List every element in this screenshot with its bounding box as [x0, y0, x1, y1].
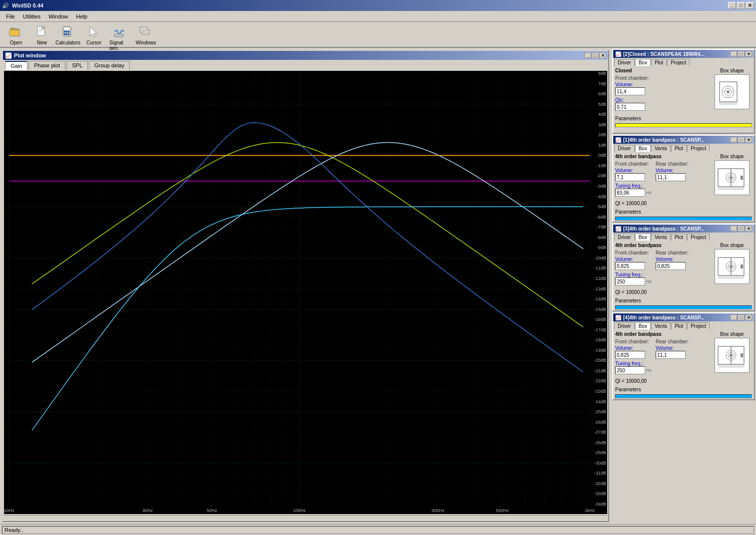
- instrument-window-2: 📈 [1]4th order bandpass : SCANSP... _ □ …: [612, 135, 755, 223]
- status-bar: Ready..: [0, 524, 756, 535]
- iwin3-min-btn[interactable]: _: [730, 226, 737, 232]
- new-icon: [35, 25, 49, 39]
- iwin2-rvol-input[interactable]: [656, 173, 686, 181]
- toolbar: Open New: [0, 22, 756, 48]
- iwin4-tab-driver[interactable]: Driver: [614, 322, 635, 329]
- iwin3-max-btn[interactable]: □: [738, 226, 745, 232]
- iwin4-tab-box[interactable]: Box: [635, 322, 651, 329]
- iwin2-min-btn[interactable]: _: [730, 137, 737, 143]
- menu-utilities[interactable]: Utilities: [19, 12, 44, 20]
- cursor-label: Cursor: [86, 40, 101, 45]
- calculators-label: Calculators: [55, 40, 80, 45]
- menu-window[interactable]: Window: [44, 12, 72, 20]
- maximize-button[interactable]: □: [737, 2, 745, 9]
- iwin4-min-btn[interactable]: _: [730, 314, 737, 320]
- iwin2-tab-vents[interactable]: Vents: [651, 145, 671, 152]
- iwin3-tab-vents[interactable]: Vents: [651, 234, 671, 241]
- new-button[interactable]: New: [30, 23, 54, 45]
- iwin3-tab-plot[interactable]: Plot: [671, 234, 687, 241]
- iwin1-params-btn[interactable]: Parameters: [615, 116, 641, 121]
- iwin3-icon: 📈: [615, 226, 621, 232]
- iwin2-title-bar: 📈 [1]4th order bandpass : SCANSP... _ □ …: [613, 136, 754, 144]
- close-button[interactable]: ✕: [746, 2, 754, 9]
- svg-rect-15: [68, 33, 69, 35]
- iwin3-tab-driver[interactable]: Driver: [614, 234, 635, 241]
- iwin2-params-btn[interactable]: Parameters: [615, 209, 641, 215]
- iwin3-tab-box[interactable]: Box: [635, 234, 651, 241]
- svg-rect-2: [9, 30, 19, 36]
- iwin3-tuning-input[interactable]: [615, 277, 645, 285]
- iwin4-content: 4th order bandpass Front chamber: Volume…: [613, 329, 754, 386]
- iwin4-close-btn[interactable]: ✕: [745, 314, 752, 320]
- iwin2-tab-project[interactable]: Project: [687, 145, 710, 152]
- iwin2-close-btn[interactable]: ✕: [745, 137, 752, 143]
- iwin3-close-btn[interactable]: ✕: [745, 226, 752, 232]
- iwin4-tab-project[interactable]: Project: [687, 322, 710, 329]
- iwin2-params-bar: [615, 217, 752, 221]
- iwin2-rvol-label: Volume:: [656, 168, 689, 173]
- cursor-button[interactable]: Cursor: [82, 23, 106, 45]
- iwin4-rvol-input[interactable]: [656, 351, 686, 359]
- iwin4-max-btn[interactable]: □: [738, 314, 745, 320]
- iwin1-tab-plot[interactable]: Plot: [651, 59, 667, 66]
- iwin4-tab-vents[interactable]: Vents: [651, 322, 671, 329]
- iwin2-tab-plot[interactable]: Plot: [671, 145, 687, 152]
- iwin2-content: 4th order bandpass Front chamber: Volume…: [613, 152, 754, 208]
- iwin3-left: 4th order bandpass Front chamber: Volume…: [615, 243, 710, 295]
- iwin3-box-shape: Box shape: [712, 243, 752, 295]
- svg-marker-16: [90, 27, 97, 37]
- iwin1-tab-driver[interactable]: Driver: [614, 59, 635, 66]
- plot-scrollbar[interactable]: [3, 515, 608, 521]
- iwin1-qlc-input[interactable]: [615, 103, 645, 111]
- main-content: 📈 Plot window _ □ ✕ Gain Phase plot SPL …: [0, 48, 756, 524]
- iwin3-tab-project[interactable]: Project: [687, 234, 710, 241]
- windows-button[interactable]: Windows: [134, 23, 158, 45]
- iwin1-tab-box[interactable]: Box: [635, 59, 651, 66]
- iwin2-tab-driver[interactable]: Driver: [614, 145, 635, 152]
- plot-close-btn[interactable]: ✕: [599, 52, 606, 58]
- iwin1-max-btn[interactable]: □: [738, 51, 745, 57]
- signal-gen-button[interactable]: Signal gen.: [108, 23, 132, 45]
- iwin2-tuning-input[interactable]: [615, 189, 645, 197]
- calculators-button[interactable]: Calculators: [56, 23, 80, 45]
- iwin4-title-bar: 📈 [4]4th order bandpass : SCANSP... _ □ …: [613, 313, 754, 321]
- iwin3-rvol-input[interactable]: [656, 262, 686, 270]
- iwin3-fvol-input[interactable]: [615, 262, 645, 270]
- minimize-button[interactable]: _: [728, 2, 736, 9]
- menu-file[interactable]: File: [2, 12, 19, 20]
- iwin2-max-btn[interactable]: □: [738, 137, 745, 143]
- svg-rect-12: [68, 31, 69, 32]
- plot-tabs: Gain Phase plot SPL Group delay: [3, 60, 608, 70]
- open-button[interactable]: Open: [4, 23, 28, 45]
- iwin1-close-btn[interactable]: ✕: [745, 51, 752, 57]
- plot-maximize-btn[interactable]: □: [592, 52, 599, 58]
- tab-gain[interactable]: Gain: [5, 61, 27, 70]
- iwin4-fvol-input[interactable]: [615, 351, 645, 359]
- iwin1-vol-input[interactable]: [615, 87, 645, 95]
- tab-phase[interactable]: Phase plot: [28, 61, 65, 70]
- iwin3-fvol-label: Volume:: [615, 257, 652, 262]
- svg-point-24: [727, 90, 730, 93]
- iwin2-fvol-input[interactable]: [615, 173, 645, 181]
- iwin2-icon: 📈: [615, 137, 621, 143]
- iwin4-tab-plot[interactable]: Plot: [671, 322, 687, 329]
- tab-spl[interactable]: SPL: [66, 61, 88, 70]
- tab-group-delay[interactable]: Group delay: [89, 61, 130, 70]
- iwin1-box-shape: Box shape: [712, 68, 752, 113]
- iwin1-min-btn[interactable]: _: [730, 51, 737, 57]
- plot-area[interactable]: [4, 71, 607, 514]
- iwin4-tuning-input[interactable]: [615, 366, 645, 374]
- menu-help[interactable]: Help: [72, 12, 91, 20]
- iwin4-params-btn[interactable]: Parameters: [615, 387, 641, 392]
- iwin1-tab-project[interactable]: Project: [667, 59, 690, 66]
- iwin3-tuning-label: Tuning freq.:: [615, 272, 652, 277]
- iwin1-left: Closed Front chamber: Volume: Qlc:: [615, 68, 710, 113]
- windows-icon: [139, 25, 153, 39]
- iwin1-icon: 📈: [615, 51, 621, 57]
- iwin3-params-btn[interactable]: Parameters: [615, 298, 641, 303]
- iwin2-tab-box[interactable]: Box: [635, 145, 651, 152]
- iwin4-title: [4]4th order bandpass : SCANSP...: [623, 315, 705, 320]
- instrument-window-3: 📈 [3]4th order bandpass : SCANSP... _ □ …: [612, 224, 755, 311]
- signal-gen-icon: [113, 25, 127, 39]
- plot-minimize-btn[interactable]: _: [584, 52, 591, 58]
